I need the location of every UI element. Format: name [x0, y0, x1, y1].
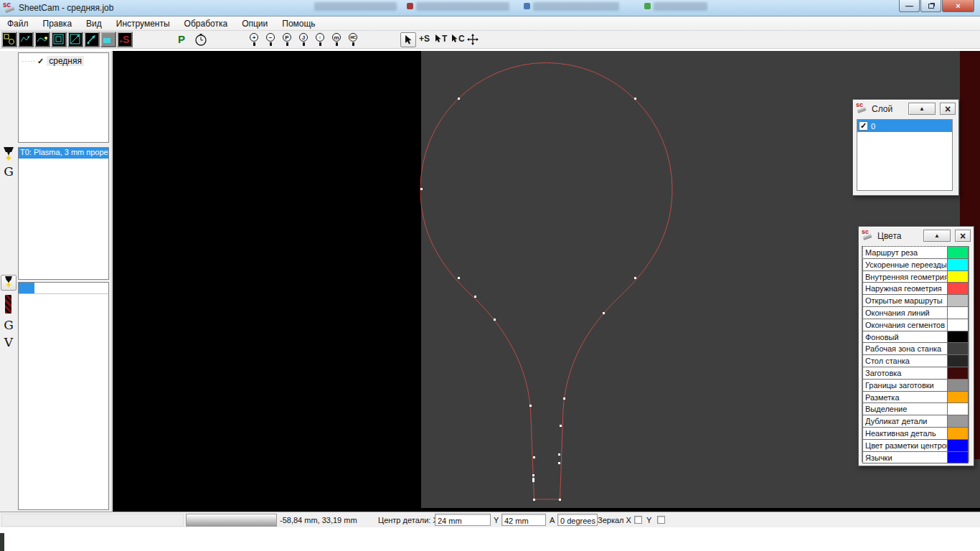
path-node[interactable]: [420, 188, 423, 190]
menu-machining[interactable]: Обработка: [177, 17, 235, 30]
color-swatch[interactable]: [947, 367, 969, 380]
color-row[interactable]: Ускоренные переезды: [862, 259, 969, 271]
path-node[interactable]: [458, 277, 460, 279]
color-swatch[interactable]: [947, 282, 969, 295]
rollup-icon[interactable]: ▲: [923, 230, 951, 242]
run-post-button[interactable]: P: [178, 33, 185, 45]
time-estimate-icon[interactable]: [194, 33, 207, 47]
color-swatch[interactable]: [947, 331, 969, 344]
layer-list[interactable]: ✓ 0: [857, 119, 953, 191]
path-node[interactable]: [559, 499, 561, 501]
add-s-button[interactable]: S+: [117, 32, 133, 47]
zoom-out-icon[interactable]: −: [264, 33, 278, 47]
zoom-job-icon[interactable]: J: [297, 33, 311, 47]
zoom-part-icon[interactable]: P: [281, 33, 295, 47]
menu-edit[interactable]: Правка: [36, 17, 80, 30]
color-row[interactable]: Выделение: [862, 403, 969, 415]
color-row[interactable]: Внутренняя геометрия: [862, 271, 969, 283]
color-row[interactable]: Рабочая зона станка: [862, 343, 969, 355]
color-row[interactable]: Неактивная деталь: [862, 428, 969, 440]
color-row[interactable]: Окончания линий: [862, 307, 969, 319]
color-swatch[interactable]: [947, 246, 969, 259]
close-button[interactable]: ×: [942, 0, 974, 12]
part-outline[interactable]: [113, 51, 980, 512]
color-row[interactable]: Границы заготовки: [862, 380, 969, 392]
color-swatch[interactable]: [947, 427, 969, 440]
drawing-canvas[interactable]: sc Слой ▲ × ✓ 0 sc Цвета ▲ × Маршрут рез…: [113, 51, 980, 512]
close-icon[interactable]: ×: [955, 230, 971, 242]
operation-list-item[interactable]: [19, 283, 108, 294]
color-row[interactable]: Стол станка: [862, 355, 969, 367]
part-outline-path[interactable]: [420, 62, 672, 499]
path-node[interactable]: [563, 397, 565, 400]
zoom-machine-icon[interactable]: m: [330, 33, 344, 47]
operations-list-panel[interactable]: [18, 282, 109, 510]
color-swatch[interactable]: [947, 342, 969, 355]
color-row[interactable]: Цвет разметки центров: [862, 440, 969, 452]
color-row[interactable]: Заготовка: [862, 367, 969, 380]
path-node[interactable]: [532, 474, 534, 476]
path-node[interactable]: [458, 98, 460, 100]
color-swatch[interactable]: [947, 319, 969, 331]
restore-button[interactable]: [920, 0, 941, 12]
path-node[interactable]: [634, 98, 636, 100]
rectangle-diagonal-tool-button[interactable]: [67, 32, 83, 47]
color-swatch[interactable]: [947, 379, 969, 392]
menu-file[interactable]: Файл: [0, 17, 36, 30]
path-node[interactable]: [533, 456, 535, 458]
color-swatch[interactable]: [947, 294, 969, 307]
layer-checkbox[interactable]: ✓: [859, 121, 868, 131]
zoom-material-icon[interactable]: MC: [347, 33, 361, 47]
color-row[interactable]: Разметка: [862, 392, 969, 404]
zoom-in-icon[interactable]: +: [248, 33, 262, 47]
select-tab-tool-button[interactable]: T: [435, 34, 447, 44]
menu-options[interactable]: Опции: [235, 17, 275, 30]
curve-tool-button[interactable]: [34, 32, 50, 47]
color-swatch[interactable]: [947, 354, 969, 367]
close-icon[interactable]: ×: [940, 103, 956, 115]
color-swatch[interactable]: [947, 415, 969, 428]
tree-item-part[interactable]: ····· ✓ средняя: [19, 53, 108, 66]
rollup-icon[interactable]: ▲: [908, 103, 936, 115]
path-node[interactable]: [558, 453, 560, 456]
mirror-y-checkbox[interactable]: [657, 516, 665, 524]
menu-view[interactable]: Вид: [79, 17, 109, 30]
path-node[interactable]: [533, 499, 535, 501]
color-row[interactable]: Окончания сегментов: [862, 319, 969, 331]
layer-row-0[interactable]: ✓ 0: [857, 120, 952, 132]
mirror-x-checkbox[interactable]: [634, 516, 642, 524]
color-swatch[interactable]: [947, 402, 969, 415]
part-angle-field[interactable]: 0 degrees: [557, 514, 598, 526]
select-tool-button[interactable]: [400, 32, 416, 47]
color-swatch[interactable]: [947, 439, 969, 452]
minimize-button[interactable]: —: [899, 0, 920, 12]
part-center-y-field[interactable]: 42 mm: [501, 514, 546, 526]
menu-tools[interactable]: Инструменты: [109, 17, 177, 30]
path-node[interactable]: [529, 405, 532, 407]
polyline-tool-button[interactable]: [18, 32, 34, 47]
color-row[interactable]: Фоновый: [862, 331, 969, 344]
pan-move-icon[interactable]: [467, 34, 479, 45]
layer-window-titlebar[interactable]: sc Слой ▲ ×: [853, 100, 958, 118]
path-node[interactable]: [560, 425, 562, 427]
arrow-tool-button[interactable]: [84, 32, 100, 47]
path-node[interactable]: [634, 277, 636, 279]
menu-help[interactable]: Помощь: [275, 17, 322, 30]
color-swatch[interactable]: [947, 391, 969, 404]
colors-window-titlebar[interactable]: sc Цвета ▲ ×: [859, 227, 974, 245]
color-row[interactable]: Язычки: [862, 452, 969, 464]
tool-list-item[interactable]: T0: Plasma, 3 mm проре: [19, 148, 108, 159]
color-swatch[interactable]: [947, 270, 969, 283]
parts-tree-panel[interactable]: ····· ✓ средняя: [18, 52, 109, 143]
color-row[interactable]: Маршрут реза: [862, 247, 969, 259]
select-contour-button[interactable]: +S: [419, 34, 430, 44]
import-drawing-button[interactable]: [1, 32, 17, 47]
operation-torch-button[interactable]: [1, 275, 17, 291]
path-node[interactable]: [603, 312, 605, 314]
path-node[interactable]: [494, 319, 496, 321]
color-swatch[interactable]: [947, 258, 969, 271]
colors-window[interactable]: sc Цвета ▲ × Маршрут реза Ускоренные пер…: [858, 226, 974, 466]
layer-window[interactable]: sc Слой ▲ × ✓ 0: [852, 99, 959, 196]
path-node[interactable]: [474, 296, 476, 298]
color-row[interactable]: Дубликат детали: [862, 415, 969, 428]
